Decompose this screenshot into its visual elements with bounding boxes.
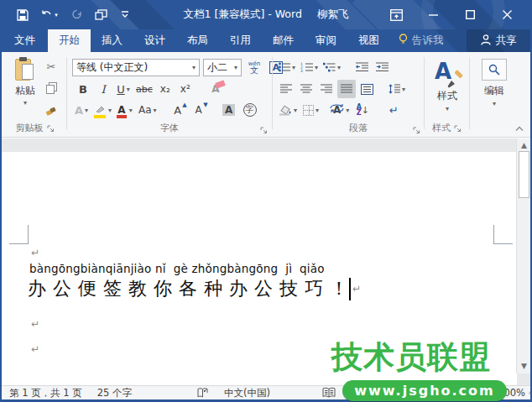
window-controls <box>378 0 525 29</box>
paragraph-mark: ↵ <box>31 318 39 330</box>
search-icon <box>482 59 507 81</box>
ribbon-tab-row: 文件 开始 插入 设计 布局 引用 邮件 审阅 视图 告诉我 共享 <box>2 29 530 52</box>
underline-button[interactable]: U▾ <box>114 80 133 98</box>
scroll-up-arrow[interactable]: ▲ <box>517 141 531 149</box>
tab-design[interactable]: 设计 <box>133 29 176 52</box>
tab-home[interactable]: 开始 <box>48 29 91 52</box>
tab-mailings[interactable]: 邮件 <box>262 29 305 52</box>
phonetic-guide-icon[interactable]: wén 文 <box>245 58 263 76</box>
site-watermark: 技术员联盟 www.jsgho.com 〃 <box>331 337 529 401</box>
clipboard-icon <box>15 57 35 82</box>
distribute-text-icon[interactable] <box>357 80 376 98</box>
numbering-button[interactable]: 123▾ <box>299 58 320 76</box>
ribbon: 粘贴 ▾ ✂ 剪贴板 等线 (中文正文)▾ 小二▾ <box>2 52 530 138</box>
paragraph-group-label: 段落 <box>333 122 383 134</box>
tab-insert[interactable]: 插入 <box>91 29 133 52</box>
paragraph-mark: ↵ <box>31 343 39 355</box>
collapse-ribbon-icon[interactable] <box>515 124 524 133</box>
clipboard-group-label: 剪贴板 <box>12 122 59 134</box>
change-case-button[interactable]: Aa▾ <box>137 101 159 119</box>
editing-button[interactable]: 编辑 ▾ <box>474 59 514 107</box>
align-left-icon[interactable] <box>277 80 295 98</box>
minimize-button[interactable] <box>415 0 451 29</box>
watermark-url: www.jsgho.com <box>342 380 507 401</box>
body-text-line[interactable]: 办 公 便 签 教 你 各 种 办 公 技 巧 ！ ↵ <box>28 276 361 301</box>
shrink-font-button[interactable]: A ▼ <box>190 101 208 119</box>
align-right-icon[interactable] <box>317 80 336 98</box>
proofing-status-icon[interactable] <box>190 388 216 399</box>
cut-icon[interactable]: ✂ <box>42 57 60 76</box>
tab-references[interactable]: 引用 <box>219 29 262 52</box>
styles-dialog-launcher-icon[interactable] <box>454 124 462 133</box>
asian-layout-button[interactable]: A ▾ <box>331 101 351 119</box>
font-size-combobox[interactable]: 小二▾ <box>203 59 242 76</box>
styles-button[interactable]: A 样式 ▾ <box>429 59 466 112</box>
clear-formatting-icon[interactable]: A <box>206 80 225 98</box>
vertical-scrollbar-thumb[interactable] <box>519 151 529 198</box>
font-color-button[interactable]: A ▾ <box>116 101 134 119</box>
ribbon-display-options-icon[interactable] <box>378 0 415 29</box>
watermark-title: 技术员联盟 <box>331 337 529 379</box>
title-bar: ▾ 文档1 [兼容模式] - Word 柳絮飞 <box>2 0 530 29</box>
person-icon <box>481 34 491 48</box>
watermark-slashes: 〃 <box>525 384 532 399</box>
increase-indent-icon[interactable] <box>373 58 391 76</box>
language-status[interactable]: 中文(中国) <box>216 387 278 399</box>
italic-button[interactable]: I <box>94 80 112 98</box>
tab-layout[interactable]: 布局 <box>176 29 219 52</box>
sort-button[interactable]: A Z ↓ <box>353 101 372 119</box>
document-title: 文档1 [兼容模式] - Word <box>184 8 302 22</box>
text-effects-button[interactable]: A▾ <box>72 101 91 119</box>
account-user-name[interactable]: 柳絮飞 <box>317 8 349 22</box>
switch-windows-icon[interactable] <box>93 8 108 23</box>
paragraph-dialog-launcher-icon[interactable] <box>413 125 421 133</box>
font-name-combobox[interactable]: 等线 (中文正文)▾ <box>72 59 200 76</box>
cropmark-top-left <box>9 225 29 244</box>
text-highlight-button[interactable]: ▾ <box>93 101 113 119</box>
subscript-button[interactable]: x₂ <box>156 80 175 98</box>
lightbulb-icon <box>399 34 408 48</box>
shading-button[interactable]: ▾ <box>277 101 299 119</box>
svg-text:3: 3 <box>300 69 303 73</box>
word-count-status[interactable]: 25 个字 <box>90 387 139 399</box>
enclose-characters-icon[interactable]: 字 <box>241 101 259 119</box>
tab-file[interactable]: 文件 <box>2 29 48 52</box>
character-shading-icon[interactable]: A <box>220 101 238 119</box>
bullets-button[interactable]: ▾ <box>277 58 297 76</box>
redo-button[interactable] <box>69 8 84 23</box>
borders-button[interactable]: ▾ <box>301 101 321 119</box>
save-icon[interactable] <box>15 8 30 23</box>
grow-font-button[interactable]: A ▲ <box>169 101 187 119</box>
decrease-indent-icon[interactable] <box>352 58 371 76</box>
clipboard-dialog-launcher-icon[interactable] <box>47 124 55 133</box>
close-button[interactable] <box>488 0 525 29</box>
styles-icon: A <box>433 59 462 87</box>
page-number-status[interactable]: 第 1 页，共 1 页 <box>2 387 90 399</box>
customize-qat-dropdown-icon[interactable] <box>117 8 133 23</box>
align-center-icon[interactable] <box>297 80 316 98</box>
line-spacing-button[interactable]: ▾ <box>387 80 407 98</box>
tab-view[interactable]: 视图 <box>347 29 390 52</box>
multilevel-list-button[interactable]: ▾ <box>321 58 342 76</box>
maximize-button[interactable] <box>451 0 488 29</box>
undo-button[interactable]: ▾ <box>39 8 60 23</box>
styles-group-label: 样式 <box>425 122 469 134</box>
show-hide-marks-button[interactable]: ↵ <box>384 101 403 119</box>
font-group-label: 字体 <box>128 122 211 134</box>
strikethrough-button[interactable]: abc <box>134 80 154 98</box>
word-window: ▾ 文档1 [兼容模式] - Word 柳絮飞 <box>0 0 532 402</box>
paragraph-mark: ↵ <box>31 247 39 258</box>
superscript-button[interactable]: x² <box>176 80 195 98</box>
format-painter-icon[interactable] <box>42 101 60 119</box>
justify-icon[interactable] <box>337 80 356 98</box>
text-cursor <box>349 278 351 300</box>
font-dialog-launcher-icon[interactable] <box>260 125 269 133</box>
bold-button[interactable]: B <box>74 80 92 98</box>
copy-icon[interactable] <box>42 79 60 97</box>
cropmark-top-right <box>493 225 513 244</box>
tell-me-box[interactable]: 告诉我 <box>390 29 452 52</box>
tab-review[interactable]: 审阅 <box>305 29 347 52</box>
share-button[interactable]: 共享 <box>467 29 530 52</box>
pinyin-line[interactable]: bàngōngbiànqiānjiào nǐ gè zhǒngbàngōng j… <box>29 262 325 275</box>
paste-button[interactable]: 粘贴 ▾ <box>8 57 42 107</box>
